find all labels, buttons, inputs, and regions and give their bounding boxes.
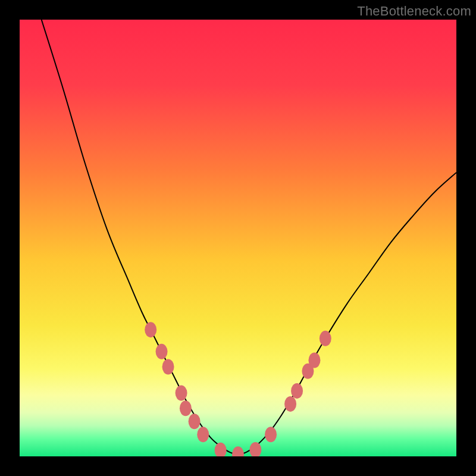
marker-dot [180,400,192,416]
curve-right [238,173,456,455]
marker-dot [162,359,174,375]
curve-left [42,20,238,455]
chart-svg [20,20,456,456]
marker-dot [176,386,187,401]
marker-dot [156,344,168,359]
marker-dot [265,427,277,442]
marker-dot [215,443,227,456]
watermark-text: TheBottleneck.com [357,4,471,19]
marker-dot [320,331,331,346]
marker-dot [308,353,320,368]
marker-dot [189,414,201,429]
marker-group [145,322,331,456]
marker-dot [197,427,209,442]
marker-dot [284,396,296,412]
plot-area [20,20,456,456]
marker-dot [145,322,156,337]
marker-dot [232,446,244,456]
marker-dot [249,442,261,456]
marker-dot [291,383,303,399]
